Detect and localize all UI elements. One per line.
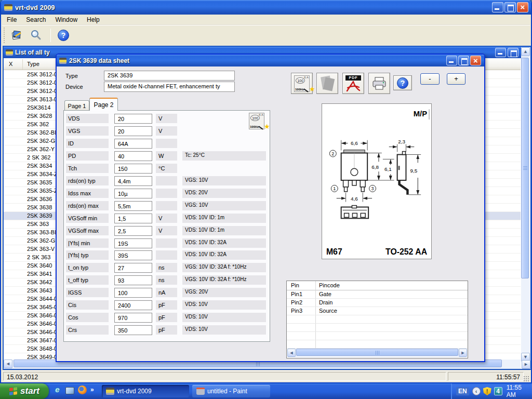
param-value-input[interactable] xyxy=(114,313,152,323)
tab-page1[interactable]: Page 1 xyxy=(64,100,89,111)
param-value-input[interactable] xyxy=(114,164,152,174)
list-maximize-button[interactable] xyxy=(508,48,518,57)
show-desktop-icon[interactable] xyxy=(65,387,74,394)
scroll-up-button[interactable]: ▲ xyxy=(521,47,530,56)
wand-icon xyxy=(258,126,263,129)
toolbar-separator xyxy=(50,29,51,42)
pin-table-row[interactable] xyxy=(287,340,468,349)
column-header-x[interactable]: X xyxy=(4,59,23,70)
zoom-in-button[interactable]: + xyxy=(447,73,466,85)
task-button-2[interactable]: untitled - Paint xyxy=(192,385,270,397)
cell-x xyxy=(4,212,23,220)
firefox-icon[interactable] xyxy=(78,385,87,394)
datasheet-button[interactable] xyxy=(9,28,25,43)
pin-table-row[interactable] xyxy=(287,324,468,332)
maximize-button[interactable] xyxy=(504,2,516,12)
dialog-maximize-button[interactable] xyxy=(458,56,469,65)
pin-table-row[interactable]: Pin1Gate xyxy=(287,290,468,299)
param-value-input[interactable] xyxy=(114,288,152,298)
taskbar-clock[interactable]: 11:55 AM xyxy=(507,384,532,398)
security-shield-icon[interactable]: ! xyxy=(483,387,491,395)
param-value-input[interactable] xyxy=(114,214,152,223)
language-indicator[interactable]: EN xyxy=(456,387,469,395)
measure-button[interactable]: 100 6 A 100Hz ★ xyxy=(291,73,313,94)
param-value-input[interactable] xyxy=(114,263,152,273)
main-titlebar[interactable]: vrt-dvd 2009 xyxy=(1,0,531,15)
param-value-input[interactable] xyxy=(114,201,152,211)
close-button[interactable] xyxy=(517,2,528,12)
scroll-left-button[interactable]: ◄ xyxy=(287,349,296,357)
param-label: Cis xyxy=(66,300,109,310)
param-value-input[interactable] xyxy=(114,151,152,161)
type-field-label: Type xyxy=(65,73,78,79)
toolbar-grip[interactable] xyxy=(4,28,6,43)
dialog-close-button[interactable] xyxy=(470,56,481,65)
cell-x xyxy=(4,254,23,261)
zoom-out-button[interactable]: - xyxy=(420,73,440,85)
task-button-1[interactable]: vrt-dvd 2009 xyxy=(102,385,189,397)
search-button[interactable] xyxy=(28,28,44,43)
param-value-input[interactable] xyxy=(114,226,152,236)
tray-arrow-icon[interactable]: ‹ xyxy=(472,387,481,395)
type-field[interactable]: 2SK 3639 xyxy=(104,71,235,81)
device-field[interactable]: Metal oxide N-channel FET, enhancement t… xyxy=(104,82,235,92)
param-value-input[interactable] xyxy=(114,176,152,186)
scroll-right-button[interactable]: ► xyxy=(459,349,467,357)
ie-icon[interactable]: e xyxy=(53,385,62,394)
chevron-icon[interactable]: » xyxy=(90,385,94,394)
param-unit: °C xyxy=(156,164,177,173)
scrollbar-grip xyxy=(523,166,527,167)
pin-table-row[interactable]: Pin3Source xyxy=(287,307,468,315)
dialog-help-button[interactable]: ? xyxy=(393,75,412,90)
pin-table-row[interactable]: Pin2Drain xyxy=(287,299,468,307)
cell-x xyxy=(4,204,23,211)
param-value-input[interactable] xyxy=(114,238,152,248)
scrollbar-thumb[interactable] xyxy=(296,349,458,356)
menu-search[interactable]: Search xyxy=(21,15,50,24)
tab-page2[interactable]: Page 2 xyxy=(89,98,118,111)
pin1-marker: 1 xyxy=(333,186,336,191)
start-button[interactable]: start xyxy=(0,383,49,399)
param-value-input[interactable] xyxy=(114,189,152,198)
minimize-button[interactable] xyxy=(492,2,503,12)
cell-x xyxy=(4,121,23,128)
dialog-titlebar[interactable]: 2SK 3639 data sheet xyxy=(57,55,484,66)
menu-window[interactable]: Window xyxy=(50,15,82,24)
print-button[interactable] xyxy=(368,73,390,94)
help-button[interactable]: ? xyxy=(55,28,72,43)
pin-table-row[interactable] xyxy=(287,332,468,340)
param-value-input[interactable] xyxy=(114,275,152,285)
pdf-button[interactable]: PDF xyxy=(342,73,364,94)
task-label: untitled - Paint xyxy=(207,388,247,395)
pin-cell: Pin3 xyxy=(291,308,302,314)
quick-launch: e» xyxy=(53,385,94,394)
param-row: VDSV xyxy=(64,114,270,124)
speedfan-4-icon[interactable]: 4 xyxy=(494,387,502,395)
dialog-minimize-button[interactable] xyxy=(446,56,457,65)
task-label: vrt-dvd 2009 xyxy=(117,388,152,395)
statusbar: 15.03.2012 11:55:57 xyxy=(2,370,530,382)
param-value-input[interactable] xyxy=(114,300,152,310)
scroll-left-button[interactable]: ◄ xyxy=(4,360,12,368)
param-unit: ns xyxy=(156,263,177,272)
param-unit xyxy=(156,176,177,185)
param-value-input[interactable] xyxy=(114,114,152,124)
menu-file[interactable]: File xyxy=(2,15,21,24)
resize-grip[interactable] xyxy=(523,375,529,381)
scroll-right-button[interactable]: ► xyxy=(522,360,530,369)
measure-corner-button[interactable]: 100 6 A 100Hz ★ xyxy=(249,113,264,129)
scrollbar-grip xyxy=(376,351,376,355)
cell-x xyxy=(4,245,23,253)
list-minimize-button[interactable] xyxy=(495,48,506,57)
pin-table-scrollbar[interactable]: ◄ ► xyxy=(287,349,467,357)
dim-inner-height: 6,1 xyxy=(384,166,392,172)
app-icon xyxy=(4,4,12,11)
param-value-input[interactable] xyxy=(114,325,152,335)
pin-table-row[interactable] xyxy=(287,315,468,324)
scrollbar-thumb[interactable] xyxy=(521,58,529,278)
param-value-input[interactable] xyxy=(114,139,152,149)
menu-help[interactable]: Help xyxy=(82,15,104,24)
list-vertical-scrollbar[interactable]: ▲ ▼ xyxy=(521,47,530,362)
param-value-input[interactable] xyxy=(114,250,152,260)
param-value-input[interactable] xyxy=(114,126,152,136)
